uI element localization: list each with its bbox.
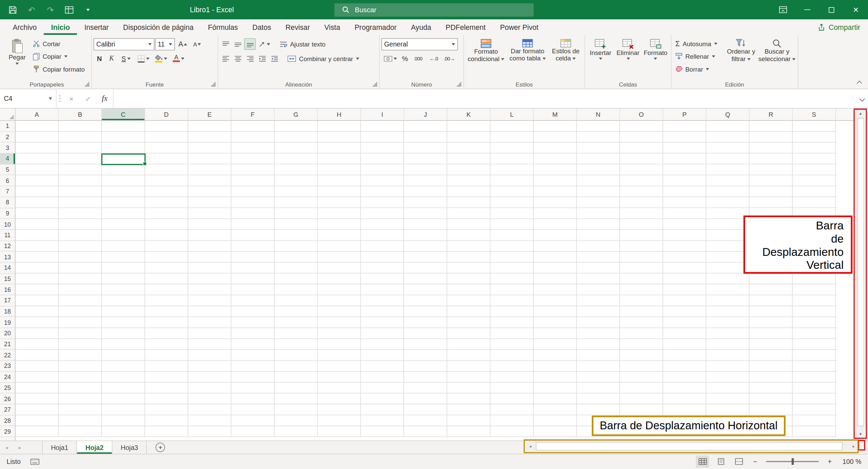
borders-button[interactable] [135, 53, 152, 64]
scroll-left-button[interactable]: ◂ [526, 441, 535, 452]
row-header-19[interactable]: 19 [0, 317, 15, 328]
column-header-M[interactable]: M [534, 109, 577, 120]
row-header-29[interactable]: 29 [0, 426, 15, 437]
portapapeles-dialog-launcher[interactable] [85, 82, 89, 87]
ribbon-tab-f-rmulas[interactable]: Fórmulas [201, 19, 245, 35]
number-format-select[interactable]: General [381, 38, 458, 50]
insert-cells-button[interactable]: Insertar [587, 37, 614, 80]
comma-style-button[interactable]: 000 [411, 53, 426, 64]
insert-function-button[interactable]: fx [96, 89, 113, 108]
column-header-A[interactable]: A [16, 109, 59, 120]
column-header-R[interactable]: R [750, 109, 793, 120]
column-header-N[interactable]: N [577, 109, 620, 120]
scroll-up-button[interactable]: ▲ [856, 109, 865, 117]
row-header-14[interactable]: 14 [0, 263, 15, 274]
collapse-ribbon-button[interactable] [857, 81, 862, 86]
keyboard-icon[interactable] [31, 458, 39, 465]
clear-button[interactable]: Borrar [673, 62, 724, 75]
sheet-next-button[interactable]: ▸ [13, 441, 26, 454]
fill-button[interactable]: Rellenar [673, 50, 724, 63]
zoom-slider[interactable] [766, 461, 819, 462]
ribbon-tab-pdfelement[interactable]: PDFelement [438, 19, 493, 35]
ribbon-tab-vista[interactable]: Vista [317, 19, 347, 35]
italic-button[interactable]: K [106, 53, 117, 64]
zoom-out-button[interactable]: − [751, 455, 760, 468]
zoom-in-button[interactable]: + [825, 455, 834, 468]
ribbon-tab-datos[interactable]: Datos [245, 19, 278, 35]
row-header-4[interactable]: 4 [0, 153, 15, 164]
row-header-6[interactable]: 6 [0, 175, 15, 186]
column-header-E[interactable]: E [188, 109, 231, 120]
customize-qat-button[interactable] [79, 1, 98, 18]
row-header-26[interactable]: 26 [0, 393, 15, 404]
font-color-button[interactable]: A [170, 53, 187, 64]
orientation-button[interactable] [256, 38, 272, 50]
decrease-indent-button[interactable] [256, 53, 268, 64]
sheet-tab-hoja1[interactable]: Hoja1 [42, 441, 77, 454]
row-header-20[interactable]: 20 [0, 328, 15, 339]
row-header-2[interactable]: 2 [0, 132, 15, 143]
find-select-button[interactable]: Buscar y seleccionar [758, 37, 796, 80]
row-header-11[interactable]: 11 [0, 230, 15, 241]
row-header-22[interactable]: 22 [0, 350, 15, 361]
delete-cells-button[interactable]: Eliminar [614, 37, 642, 80]
horizontal-scrollbar[interactable]: ◂ ▸ [526, 441, 858, 452]
alineacion-dialog-launcher[interactable] [373, 82, 377, 87]
row-header-15[interactable]: 15 [0, 274, 15, 284]
row-header-24[interactable]: 24 [0, 372, 15, 382]
row-header-21[interactable]: 21 [0, 339, 15, 350]
column-header-K[interactable]: K [447, 109, 490, 120]
conditional-formatting-button[interactable]: Formato condicional [466, 37, 507, 80]
align-top-button[interactable] [220, 38, 231, 50]
column-header-I[interactable]: I [361, 109, 404, 120]
column-header-D[interactable]: D [145, 109, 188, 120]
paste-button[interactable]: Pegar [4, 37, 30, 80]
row-header-28[interactable]: 28 [0, 415, 15, 426]
row-header-12[interactable]: 12 [0, 241, 15, 251]
increase-decimal-button[interactable]: ←.0 [426, 53, 441, 64]
column-header-G[interactable]: G [275, 109, 318, 120]
column-header-Q[interactable]: Q [706, 109, 749, 120]
vertical-scrollbar[interactable]: ▲ ▼ [856, 109, 865, 438]
decrease-decimal-button[interactable]: .00→ [442, 53, 457, 64]
add-sheet-button[interactable]: + [156, 443, 165, 452]
column-header-C[interactable]: C [102, 109, 145, 120]
decrease-font-size-button[interactable]: A [191, 38, 204, 50]
page-layout-view-button[interactable] [714, 455, 727, 468]
scroll-down-button[interactable]: ▼ [856, 430, 865, 438]
share-button[interactable]: Compartir [817, 19, 860, 35]
ribbon-tab-archivo[interactable]: Archivo [5, 19, 44, 35]
zoom-slider-thumb[interactable] [791, 458, 794, 465]
row-header-5[interactable]: 5 [0, 164, 15, 175]
bold-button[interactable]: N [94, 53, 105, 64]
sheet-cells[interactable] [16, 121, 836, 437]
ribbon-tab-ayuda[interactable]: Ayuda [404, 19, 438, 35]
format-as-table-button[interactable]: Dar formato como tabla [507, 37, 549, 80]
formula-input[interactable] [113, 89, 856, 108]
redo-button[interactable]: ↷ [41, 1, 60, 18]
format-cells-button[interactable]: Formato [642, 37, 669, 80]
zoom-level-label[interactable]: 100 % [839, 458, 861, 466]
enter-button[interactable]: ✓ [80, 89, 96, 108]
ribbon-tab-insertar[interactable]: Insertar [77, 19, 116, 35]
row-header-3[interactable]: 3 [0, 143, 15, 153]
name-box[interactable]: C4 [0, 89, 57, 108]
column-header-H[interactable]: H [318, 109, 361, 120]
ribbon-display-options-button[interactable] [771, 0, 795, 19]
copy-button[interactable]: Copiar [31, 50, 87, 63]
align-center-button[interactable] [232, 53, 243, 64]
row-header-9[interactable]: 9 [0, 208, 15, 219]
row-header-27[interactable]: 27 [0, 405, 15, 415]
sheet-tab-hoja3[interactable]: Hoja3 [113, 441, 147, 454]
select-all-corner[interactable] [0, 109, 16, 120]
column-header-L[interactable]: L [491, 109, 534, 120]
merge-center-button[interactable]: Combinar y centrar [285, 52, 361, 65]
ribbon-tab-inicio[interactable]: Inicio [44, 19, 77, 35]
ribbon-tab-revisar[interactable]: Revisar [278, 19, 317, 35]
column-header-P[interactable]: P [663, 109, 706, 120]
save-button[interactable] [3, 1, 22, 18]
font-name-select[interactable]: Calibri [94, 38, 155, 50]
column-header-F[interactable]: F [231, 109, 274, 120]
maximize-button[interactable] [819, 0, 844, 19]
column-header-B[interactable]: B [59, 109, 102, 120]
